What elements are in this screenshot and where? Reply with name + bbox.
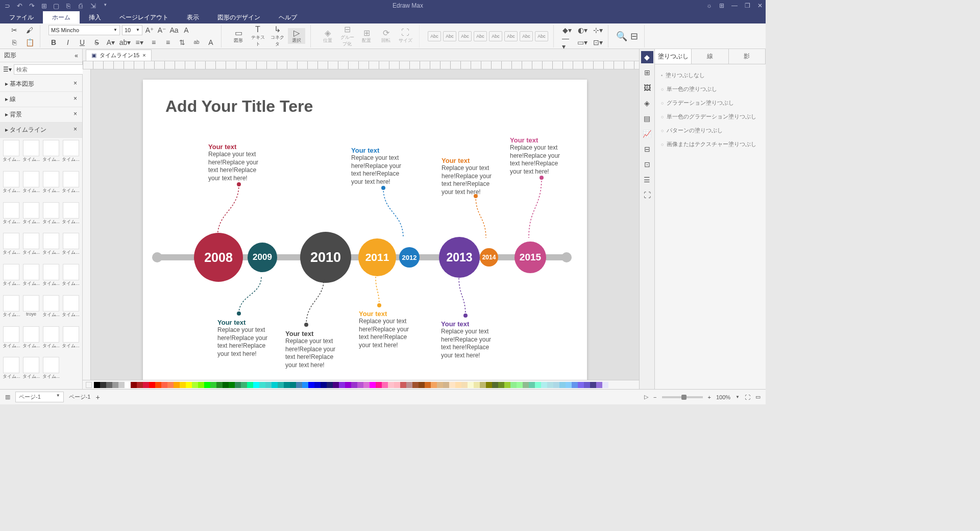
- color-swatch[interactable]: [547, 382, 553, 388]
- color-swatch[interactable]: [437, 382, 443, 388]
- color-swatch[interactable]: [480, 382, 486, 388]
- style-preset[interactable]: Abc: [535, 31, 548, 41]
- no-color-icon[interactable]: [86, 382, 92, 388]
- color-swatch[interactable]: [143, 382, 149, 388]
- template-item[interactable]: タイム...: [22, 357, 41, 381]
- section-header[interactable]: ▸ 線×: [0, 92, 82, 107]
- annotation[interactable]: Your textReplace your text here!Replace …: [351, 147, 410, 186]
- color-swatch[interactable]: [149, 382, 155, 388]
- replace-icon[interactable]: ⊟: [629, 31, 639, 41]
- line-spacing-icon[interactable]: ⇅: [177, 37, 187, 47]
- color-swatch[interactable]: [192, 382, 198, 388]
- color-swatch[interactable]: [596, 382, 602, 388]
- format-tab[interactable]: 塗りつぶし: [655, 49, 692, 64]
- table-panel-icon[interactable]: ⊟: [641, 143, 653, 155]
- color-swatch[interactable]: [204, 382, 210, 388]
- fill-option[interactable]: 画像またはテクスチャー塗りつぶし: [661, 137, 760, 151]
- bold-icon[interactable]: B: [48, 37, 59, 47]
- color-swatch[interactable]: [590, 382, 596, 388]
- add-page-icon[interactable]: +: [95, 393, 100, 401]
- timeline-node[interactable]: 2014: [480, 248, 498, 267]
- new-icon[interactable]: ⊞: [40, 2, 48, 10]
- color-swatch[interactable]: [535, 382, 541, 388]
- open-icon[interactable]: ▢: [52, 2, 60, 10]
- color-swatch[interactable]: [308, 382, 314, 388]
- color-swatch[interactable]: [492, 382, 498, 388]
- template-item[interactable]: タイム...: [61, 202, 80, 227]
- color-swatch[interactable]: [468, 382, 474, 388]
- cut-icon[interactable]: ✂: [9, 25, 19, 35]
- italic-icon[interactable]: I: [63, 37, 73, 47]
- settings-icon[interactable]: ☼: [706, 2, 712, 9]
- fill-option[interactable]: 単一色の塗りつぶし: [661, 82, 760, 96]
- color-swatch[interactable]: [259, 382, 265, 388]
- decrease-font-icon[interactable]: A⁻: [157, 25, 167, 35]
- color-swatch[interactable]: [167, 382, 174, 388]
- template-item[interactable]: タイム...: [22, 140, 41, 164]
- fill-option[interactable]: 単一色のグラデーション塗りつぶし: [661, 110, 760, 124]
- color-swatch[interactable]: [400, 382, 406, 388]
- color-swatch[interactable]: [443, 382, 449, 388]
- color-swatch[interactable]: [339, 382, 345, 388]
- play-icon[interactable]: ▷: [644, 394, 648, 400]
- menu-tab[interactable]: 表示: [178, 11, 208, 23]
- image-panel-icon[interactable]: 🖼: [641, 82, 653, 94]
- color-swatch[interactable]: [216, 382, 223, 388]
- color-swatch[interactable]: [290, 382, 296, 388]
- font-color-icon[interactable]: A▾: [106, 37, 116, 47]
- color-swatch[interactable]: [517, 382, 523, 388]
- timeline-node[interactable]: 2012: [399, 247, 420, 268]
- color-swatch[interactable]: [504, 382, 510, 388]
- page-panel-icon[interactable]: ▤: [641, 112, 653, 125]
- fill-option[interactable]: パターンの塗りつぶし: [661, 124, 760, 137]
- color-swatch[interactable]: [351, 382, 357, 388]
- fill-panel-icon[interactable]: ◆: [641, 51, 653, 63]
- annotation[interactable]: Your textReplace your text here!Replace …: [208, 143, 267, 182]
- list-panel-icon[interactable]: ☰: [641, 174, 653, 186]
- template-item[interactable]: タイム...: [61, 295, 80, 320]
- color-swatch[interactable]: [461, 382, 468, 388]
- annotation[interactable]: Your textReplace your text here!Replace …: [285, 330, 344, 369]
- page-selector[interactable]: ページ-1▼: [15, 392, 64, 402]
- color-swatch[interactable]: [180, 382, 186, 388]
- section-header[interactable]: ▸ 背景×: [0, 107, 82, 123]
- color-swatch[interactable]: [112, 382, 118, 388]
- template-item[interactable]: タイム...: [2, 326, 21, 351]
- template-item[interactable]: タイム...: [22, 171, 41, 196]
- color-swatch[interactable]: [566, 382, 572, 388]
- template-item[interactable]: タイム...: [2, 233, 21, 257]
- template-item[interactable]: タイム...: [42, 326, 61, 351]
- shape-tool[interactable]: ▭図形: [230, 28, 247, 44]
- style-preset[interactable]: Abc: [474, 31, 487, 41]
- timeline-node[interactable]: 2009: [248, 243, 277, 272]
- zoom-in-icon[interactable]: +: [708, 394, 711, 400]
- color-swatch[interactable]: [363, 382, 370, 388]
- presentation-icon[interactable]: ⛶: [641, 189, 653, 201]
- color-swatch[interactable]: [302, 382, 308, 388]
- color-swatch[interactable]: [553, 382, 559, 388]
- search-input[interactable]: [14, 64, 89, 75]
- timeline-node[interactable]: 2013: [439, 237, 480, 278]
- color-swatch[interactable]: [247, 382, 253, 388]
- color-swatch[interactable]: [388, 382, 394, 388]
- template-item[interactable]: タイム...: [2, 295, 21, 320]
- filter-icon[interactable]: ☰▾: [3, 66, 12, 73]
- template-item[interactable]: タイム...: [61, 326, 80, 351]
- shadow-icon[interactable]: ◐▾: [577, 25, 587, 35]
- color-swatch[interactable]: [118, 382, 125, 388]
- format-tab[interactable]: 影: [729, 49, 766, 64]
- color-swatch[interactable]: [382, 382, 388, 388]
- template-item[interactable]: タイム...: [61, 233, 80, 257]
- menu-tab[interactable]: 挿入: [80, 11, 110, 23]
- collapse-panel-icon[interactable]: «: [75, 52, 78, 59]
- menu-tab[interactable]: 図形のデザイン: [208, 11, 270, 23]
- color-swatch[interactable]: [345, 382, 351, 388]
- strike-icon[interactable]: S̶: [91, 37, 102, 47]
- format-painter-icon[interactable]: 🖌: [24, 25, 35, 35]
- print-icon[interactable]: ⎙: [77, 2, 85, 10]
- menu-tab[interactable]: ホーム: [43, 11, 80, 23]
- fit-width-icon[interactable]: ▭: [755, 394, 761, 400]
- style-preset[interactable]: Abc: [458, 31, 472, 41]
- paste-icon[interactable]: 📋: [24, 37, 35, 47]
- template-item[interactable]: タイム...: [42, 171, 61, 196]
